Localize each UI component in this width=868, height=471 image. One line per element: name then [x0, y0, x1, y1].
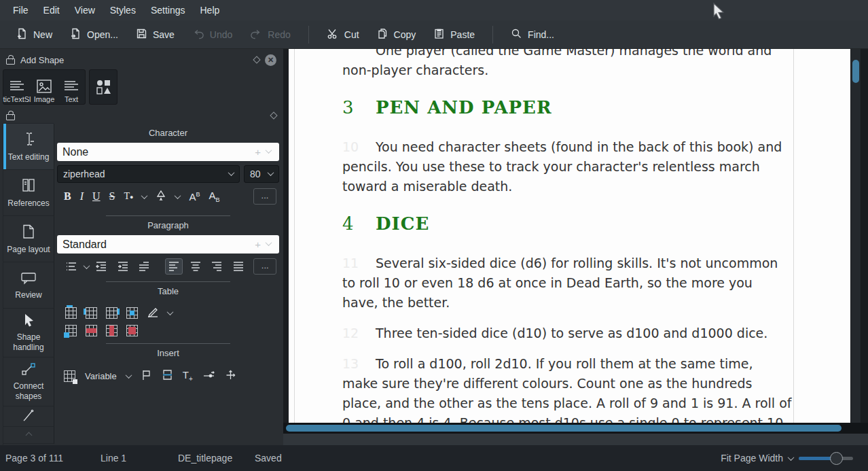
image-icon — [35, 77, 53, 95]
insert-column-left-button[interactable] — [86, 307, 97, 319]
paragraph-more-options-button[interactable]: ... — [253, 258, 276, 275]
tab-review[interactable]: Review — [3, 262, 54, 309]
menu-edit[interactable]: Edit — [36, 0, 67, 20]
delete-column-button[interactable] — [106, 325, 117, 336]
doc-paragraph[interactable]: 11Several six-sided dice (d6) for rollin… — [342, 254, 792, 313]
shape-image-button[interactable]: Image — [31, 70, 58, 104]
tool-options-header — [1, 107, 281, 124]
underline-button[interactable]: U — [92, 190, 101, 203]
italic-button[interactable]: I — [80, 190, 84, 203]
bold-button[interactable]: B — [64, 190, 71, 203]
document-page[interactable]: One player (called the Game Master) mana… — [289, 49, 850, 434]
insert-row-above-button[interactable] — [65, 307, 77, 319]
add-style-icon[interactable]: + — [255, 239, 261, 250]
shape-text-button[interactable]: Text — [58, 70, 85, 104]
find-button[interactable]: Find... — [511, 28, 554, 41]
tab-scroll-up-button[interactable] — [3, 426, 54, 444]
highlight-color-button[interactable] — [156, 190, 166, 203]
menu-file[interactable]: File — [5, 0, 36, 20]
undo-button[interactable]: Undo — [192, 28, 232, 41]
font-size-combobox[interactable]: 80 — [244, 165, 279, 183]
float-docker-icon[interactable] — [253, 56, 260, 63]
subscript-button[interactable]: AB — [209, 190, 220, 203]
tab-page-layout[interactable]: Page layout — [3, 215, 54, 262]
doc-paragraph[interactable]: One player (called the Game Master) mana… — [342, 49, 792, 80]
character-style-combobox[interactable]: None + — [57, 143, 279, 161]
align-left-button[interactable] — [165, 258, 183, 275]
zoom-slider-handle[interactable] — [830, 452, 843, 465]
highlight-color-dropdown[interactable] — [175, 192, 181, 199]
align-center-button[interactable] — [187, 258, 204, 275]
open-button[interactable]: Open... — [70, 28, 118, 41]
split-cells-button[interactable] — [65, 325, 77, 336]
insert-shape-anchor-button[interactable] — [225, 370, 236, 383]
doc-heading-dice[interactable]: 4 DICE — [342, 214, 792, 234]
tab-connect-shapes[interactable]: Connect shapes — [3, 357, 54, 406]
vertical-scrollbar[interactable] — [851, 49, 861, 423]
menu-help[interactable]: Help — [193, 0, 228, 20]
paragraph-style-combobox[interactable]: Standard + — [57, 235, 279, 254]
horizontal-scrollbar-thumb[interactable] — [286, 425, 842, 432]
tab-references[interactable]: References — [3, 169, 54, 216]
tab-shape-handling[interactable]: Shape handling — [3, 308, 54, 357]
merge-cells-button[interactable] — [126, 307, 138, 319]
doc-paragraph[interactable]: 10You need character sheets (found in th… — [342, 137, 792, 196]
superscript-button[interactable]: AB — [189, 191, 200, 203]
first-line-indent-button[interactable] — [136, 258, 153, 275]
variable-dropdown[interactable] — [125, 372, 132, 379]
text-color-button[interactable]: T● — [124, 191, 133, 202]
zoom-mode-dropdown[interactable] — [788, 454, 795, 461]
align-justify-button[interactable] — [230, 258, 247, 275]
insert-line-button[interactable] — [202, 370, 215, 382]
float-docker-icon[interactable] — [270, 111, 277, 119]
menu-styles[interactable]: Styles — [103, 0, 143, 20]
text-lines-icon — [8, 77, 26, 95]
insert-table-button[interactable] — [64, 370, 75, 382]
lock-icon[interactable] — [5, 111, 15, 120]
paste-button[interactable]: Paste — [433, 28, 475, 41]
menu-settings[interactable]: Settings — [143, 0, 193, 20]
doc-paragraph[interactable]: 12Three ten-sided dice (d10) to serve as… — [342, 324, 792, 343]
style-indicator[interactable]: DE_titlepage — [178, 453, 232, 464]
cut-button[interactable]: Cut — [327, 28, 359, 41]
new-button[interactable]: New — [16, 28, 52, 41]
insert-text-button[interactable]: T+ — [183, 369, 193, 383]
table-options-dropdown[interactable] — [167, 309, 174, 315]
vertical-scrollbar-thumb[interactable] — [852, 60, 859, 83]
list-style-dropdown[interactable] — [83, 262, 90, 269]
horizontal-scrollbar[interactable] — [283, 423, 868, 434]
text-color-dropdown[interactable] — [141, 192, 148, 199]
menu-view[interactable]: View — [67, 0, 103, 20]
tab-text-editing[interactable]: Text editing — [3, 123, 54, 170]
edit-table-button[interactable] — [147, 307, 159, 319]
doc-heading-pen-and-paper[interactable]: 3 PEN AND PAPER — [342, 98, 792, 118]
increase-indent-button[interactable] — [114, 258, 132, 275]
character-more-options-button[interactable]: ... — [253, 188, 276, 205]
delete-row-button[interactable] — [86, 325, 97, 336]
document-viewport[interactable]: One player (called the Game Master) mana… — [283, 49, 868, 434]
zoom-slider[interactable] — [799, 457, 853, 460]
page-indicator[interactable]: Page 3 of 111 — [5, 453, 63, 464]
close-docker-button[interactable]: ✕ — [265, 54, 276, 66]
doc-paragraph[interactable]: 13To roll a d100, roll 2d10. If you roll… — [342, 354, 792, 434]
redo-button[interactable]: Redo — [250, 28, 290, 41]
copy-button[interactable]: Copy — [377, 28, 416, 41]
shape-collection-button[interactable] — [89, 69, 117, 105]
delete-table-button[interactable] — [126, 325, 138, 336]
align-right-button[interactable] — [208, 258, 225, 275]
insert-variable-button[interactable]: Variable — [85, 371, 117, 381]
tab-freehand-path[interactable] — [3, 406, 54, 427]
zoom-mode-label[interactable]: Fit Page Width — [721, 453, 783, 464]
lock-icon[interactable] — [5, 55, 15, 65]
insert-bookmark-button[interactable] — [141, 369, 152, 383]
font-family-combobox[interactable]: ziperhead — [57, 165, 240, 183]
document-text[interactable]: One player (called the Game Master) mana… — [342, 49, 792, 434]
insert-column-right-button[interactable] — [106, 307, 117, 319]
save-button[interactable]: Save — [136, 28, 175, 41]
list-style-button[interactable] — [62, 258, 80, 275]
add-style-icon[interactable]: + — [255, 146, 261, 158]
insert-page-break-button[interactable] — [162, 369, 173, 383]
strikethrough-button[interactable]: S — [109, 190, 115, 203]
decrease-indent-button[interactable] — [92, 258, 110, 275]
shape-static-text-button[interactable]: ticTextSl — [3, 70, 31, 104]
